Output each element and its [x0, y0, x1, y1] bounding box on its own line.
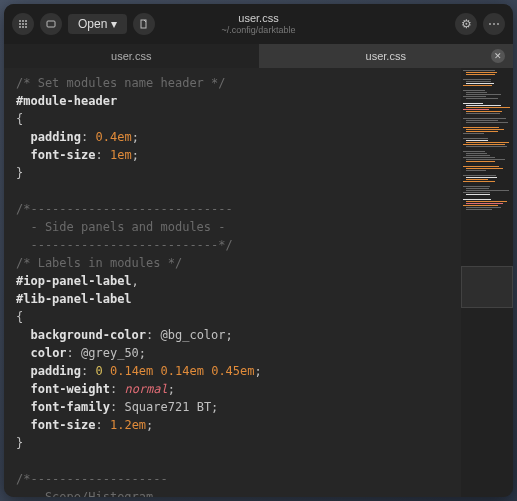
svg-point-2 — [25, 20, 27, 22]
titlebar-left: Open ▾ — [12, 13, 155, 35]
chevron-down-icon: ▾ — [111, 17, 117, 31]
code-value: 0.4em — [96, 130, 132, 144]
code-comment: /* Labels in modules */ — [16, 256, 182, 270]
code-prop: font-family — [30, 400, 109, 414]
svg-rect-9 — [47, 21, 55, 27]
code-editor[interactable]: /* Set modules name header */ #module-he… — [4, 68, 461, 497]
gear-icon: ⚙ — [461, 17, 472, 31]
code-value: Square721 BT — [124, 400, 211, 414]
code-selector: #iop-panel-label — [16, 274, 132, 288]
tab-1[interactable]: user.css ✕ — [259, 44, 514, 68]
titlebar: Open ▾ user.css ~/.config/darktable ⚙ ⋯ — [4, 4, 513, 44]
code-value: 1.2em — [110, 418, 146, 432]
svg-point-5 — [25, 23, 27, 25]
svg-point-0 — [19, 20, 21, 22]
code-comment: - Side panels and modules - — [16, 220, 226, 234]
svg-point-3 — [19, 23, 21, 25]
code-brace: } — [16, 166, 23, 180]
code-value: 0.14em — [110, 364, 153, 378]
titlebar-right: ⚙ ⋯ — [455, 13, 505, 35]
code-value: normal — [124, 382, 167, 396]
code-selector: #module-header — [16, 94, 117, 108]
code-comment: /*------------------- — [16, 472, 168, 486]
code-comment: /*---------------------------- — [16, 202, 233, 216]
window-title: user.css — [222, 12, 296, 25]
new-document-button[interactable] — [133, 13, 155, 35]
tab-close-button[interactable]: ✕ — [491, 49, 505, 63]
settings-button[interactable]: ⚙ — [455, 13, 477, 35]
svg-point-6 — [19, 26, 21, 28]
code-value: 0.14em — [161, 364, 204, 378]
menu-button[interactable]: ⋯ — [483, 13, 505, 35]
svg-point-8 — [25, 26, 27, 28]
close-icon: ✕ — [494, 51, 502, 61]
code-comment: - Scope/Histogram - — [16, 490, 168, 497]
code-comment: /* Set modules name header */ — [16, 76, 226, 90]
svg-point-4 — [22, 23, 24, 25]
svg-point-7 — [22, 26, 24, 28]
code-prop: padding — [30, 364, 81, 378]
titlebar-title: user.css ~/.config/darktable — [222, 12, 296, 36]
editor-window: Open ▾ user.css ~/.config/darktable ⚙ ⋯ … — [4, 4, 513, 497]
code-prop: padding — [30, 130, 81, 144]
app-menu-button[interactable] — [12, 13, 34, 35]
code-value: 0.45em — [211, 364, 254, 378]
new-tab-button[interactable] — [40, 13, 62, 35]
window-subtitle: ~/.config/darktable — [222, 25, 296, 36]
code-brace: } — [16, 436, 23, 450]
code-brace: { — [16, 112, 23, 126]
open-button[interactable]: Open ▾ — [68, 14, 127, 34]
code-value: @bg_color — [161, 328, 226, 342]
code-prop: font-size — [30, 418, 95, 432]
tab-label: user.css — [111, 50, 151, 62]
code-brace: { — [16, 310, 23, 324]
code-prop: font-weight — [30, 382, 109, 396]
open-label: Open — [78, 17, 107, 31]
more-icon: ⋯ — [488, 17, 500, 31]
code-value: 0 — [96, 364, 103, 378]
editor-area: /* Set modules name header */ #module-he… — [4, 68, 513, 497]
code-value: 1em — [110, 148, 132, 162]
code-prop: color — [30, 346, 66, 360]
minimap[interactable] — [461, 68, 513, 497]
tab-bar: user.css user.css ✕ — [4, 44, 513, 68]
code-comment: --------------------------*/ — [16, 238, 233, 252]
tab-0[interactable]: user.css — [4, 44, 259, 68]
svg-point-1 — [22, 20, 24, 22]
code-selector: #lib-panel-label — [16, 292, 132, 306]
code-value: @grey_50 — [81, 346, 139, 360]
code-prop: background-color — [30, 328, 146, 342]
code-prop: font-size — [30, 148, 95, 162]
minimap-viewport[interactable] — [461, 266, 513, 308]
tab-label: user.css — [366, 50, 406, 62]
